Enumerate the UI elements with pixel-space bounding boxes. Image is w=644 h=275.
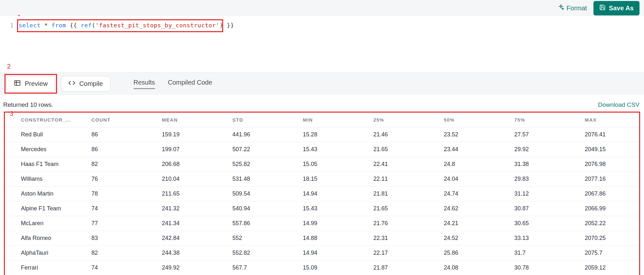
table-row[interactable]: Williams76210.04531.4818.1522.1124.0429.… — [5, 172, 639, 187]
table-cell: 199.07 — [146, 142, 216, 157]
table-cell: 15.43 — [287, 201, 357, 216]
table-cell: 552 — [216, 231, 287, 246]
table-cell: 31.38 — [498, 157, 569, 172]
table-cell: 27.57 — [498, 127, 569, 142]
results-status: Returned 10 rows. — [3, 101, 53, 108]
table-cell: 33.13 — [498, 231, 569, 246]
column-header[interactable]: CONSTRUCTOR_... — [5, 113, 75, 127]
table-icon — [14, 79, 21, 88]
table-cell: 525.82 — [216, 157, 287, 172]
table-cell: 2076.98 — [569, 157, 639, 172]
table-cell: 441.96 — [216, 127, 287, 142]
save-as-button[interactable]: Save As — [593, 1, 639, 15]
table-cell: 15.28 — [287, 127, 357, 142]
table-cell: Alpine F1 Team — [5, 201, 75, 216]
tab-compiled-code[interactable]: Compiled Code — [168, 79, 212, 89]
code-editor[interactable]: 1 select * from {{ ref('fastest_pit_stop… — [0, 16, 644, 72]
table-row[interactable]: Alpine F1 Team74241.32540.9415.4321.6524… — [5, 201, 639, 216]
table-row[interactable]: Ferrari74249.92567.715.0921.8724.0830.78… — [5, 261, 639, 275]
table-cell: 2075.7 — [569, 246, 639, 261]
table-cell: 30.87 — [498, 201, 569, 216]
table-cell: 78 — [75, 187, 146, 201]
column-header[interactable]: MAX — [569, 113, 639, 127]
table-row[interactable]: Haas F1 Team82206.68525.8215.0522.4124.8… — [5, 157, 639, 172]
table-cell: 86 — [75, 127, 146, 142]
tab-results[interactable]: Results — [134, 79, 155, 89]
table-cell: 540.94 — [216, 201, 287, 216]
table-header: CONSTRUCTOR_...COUNTMEANSTDMIN25%50%75%M… — [5, 113, 639, 127]
table-cell: 86 — [75, 142, 146, 157]
table-cell: 507.22 — [216, 142, 287, 157]
jinja-close: }} — [227, 22, 234, 29]
column-header[interactable]: MEAN — [146, 113, 216, 127]
table-row[interactable]: Alfa Romeo83242.8455214.8822.3124.5233.1… — [5, 231, 639, 246]
table-cell: 21.65 — [357, 201, 428, 216]
table-cell: 2067.86 — [569, 187, 639, 201]
table-cell: Mercedes — [5, 142, 75, 157]
results-table-container: CONSTRUCTOR_...COUNTMEANSTDMIN25%50%75%M… — [4, 112, 640, 275]
table-cell: 2059.12 — [569, 261, 639, 275]
table-cell: 21.46 — [357, 127, 428, 142]
table-cell: 18.15 — [287, 172, 357, 187]
table-cell: 21.65 — [357, 142, 428, 157]
column-header[interactable]: STD — [216, 113, 287, 127]
table-cell: 244.38 — [146, 246, 216, 261]
svg-rect-0 — [15, 81, 20, 86]
action-bar: Preview Compile Results Compiled Code — [0, 72, 644, 95]
table-cell: AlphaTauri — [5, 246, 75, 261]
results-table: CONSTRUCTOR_...COUNTMEANSTDMIN25%50%75%M… — [5, 113, 639, 275]
table-cell: 2077.16 — [569, 172, 639, 187]
format-button[interactable]: Format — [558, 4, 587, 12]
annotation-box-2: Preview — [5, 74, 57, 94]
table-cell: 29.83 — [498, 172, 569, 187]
table-cell: 24.04 — [428, 172, 498, 187]
table-cell: McLaren — [5, 216, 75, 231]
table-cell: 21.87 — [357, 261, 428, 275]
table-cell: 21.81 — [357, 187, 428, 201]
table-row[interactable]: Mercedes86199.07507.2215.4321.6523.4429.… — [5, 142, 639, 157]
table-row[interactable]: Red Bull86159.19441.9615.2821.4623.5227.… — [5, 127, 639, 142]
subtab-row: Results Compiled Code — [134, 79, 213, 89]
table-cell: 29.92 — [498, 142, 569, 157]
table-cell: 24.62 — [428, 201, 498, 216]
table-cell: 241.34 — [146, 216, 216, 231]
table-row[interactable]: Aston Martin78211.65509.5414.9421.8124.7… — [5, 187, 639, 201]
table-cell: 2066.99 — [569, 201, 639, 216]
table-row[interactable]: McLaren77241.34557.8614.9921.7624.2130.6… — [5, 216, 639, 231]
table-cell: 23.52 — [428, 127, 498, 142]
preview-label: Preview — [25, 80, 48, 87]
table-body: Red Bull86159.19441.9615.2821.4623.5227.… — [5, 127, 639, 275]
table-cell: 22.17 — [357, 246, 428, 261]
column-header[interactable]: 50% — [428, 113, 498, 127]
table-cell: 22.41 — [357, 157, 428, 172]
column-header[interactable]: 75% — [498, 113, 569, 127]
table-cell: 23.44 — [428, 142, 498, 157]
preview-button[interactable]: Preview — [6, 76, 55, 92]
table-cell: 30.65 — [498, 216, 569, 231]
table-cell: 159.19 — [146, 127, 216, 142]
table-cell: 22.11 — [357, 172, 428, 187]
table-cell: 242.84 — [146, 231, 216, 246]
table-cell: 82 — [75, 157, 146, 172]
column-header[interactable]: 25% — [357, 113, 428, 127]
save-as-label: Save As — [609, 5, 634, 12]
table-cell: 77 — [75, 216, 146, 231]
annotation-3: 3 — [10, 110, 13, 117]
table-cell: 74 — [75, 201, 146, 216]
table-cell: Alfa Romeo — [5, 231, 75, 246]
column-header[interactable]: MIN — [287, 113, 357, 127]
format-label: Format — [567, 5, 587, 12]
table-cell: 567.7 — [216, 261, 287, 275]
column-header[interactable]: COUNT — [75, 113, 146, 127]
table-cell: 14.88 — [287, 231, 357, 246]
results-header: Returned 10 rows. Download CSV — [0, 95, 644, 112]
table-cell: 2052.22 — [569, 216, 639, 231]
download-csv-link[interactable]: Download CSV — [598, 101, 639, 108]
table-cell: 14.99 — [287, 216, 357, 231]
compile-button[interactable]: Compile — [61, 76, 110, 92]
table-cell: Aston Martin — [5, 187, 75, 201]
table-cell: 24.08 — [428, 261, 498, 275]
compile-label: Compile — [79, 80, 103, 87]
table-row[interactable]: AlphaTauri82244.38552.8214.9422.1725.863… — [5, 246, 639, 261]
toolbar-top: Format Save As — [0, 0, 644, 16]
